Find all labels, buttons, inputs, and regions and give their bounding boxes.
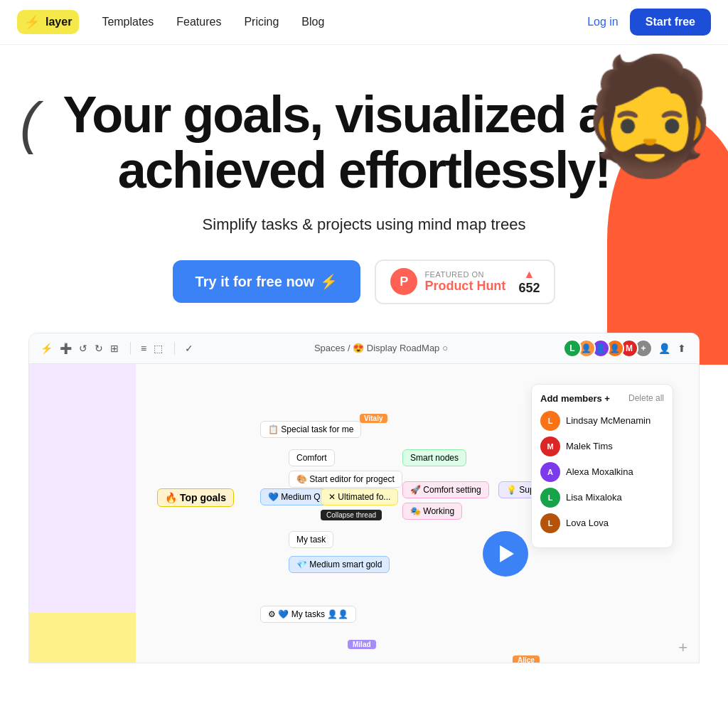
logo-icon: ⚡ xyxy=(24,14,40,30)
app-main: 🔥 Top goals 📋 Special task for me Vitaly… xyxy=(136,364,699,663)
member-row-5: L Lova Lova xyxy=(540,513,664,533)
character-illustration: 🧔 xyxy=(564,59,728,358)
toolbar-undo-icon[interactable]: ↺ xyxy=(79,343,87,354)
ph-vote-count: 652 xyxy=(518,281,540,296)
member-name-3: Alexa Moxalkina xyxy=(566,466,633,477)
members-panel-header: Add members + Delete all xyxy=(540,393,664,404)
collapse-tooltip: Collapse thread xyxy=(321,510,382,520)
sticky-note xyxy=(29,613,136,663)
toolbar-breadcrumb: Spaces / 😍 Display RoadMap ○ xyxy=(314,343,448,353)
app-sidebar xyxy=(29,364,136,663)
toolbar-check-icon[interactable]: ✓ xyxy=(185,343,193,354)
vitaly-badge: Vitaly xyxy=(360,414,387,423)
mindmap-node-comfort-setting[interactable]: 🚀 Comfort setting xyxy=(402,481,489,498)
play-button[interactable] xyxy=(483,531,528,577)
ph-featured-label: FEATURED ON xyxy=(424,270,484,279)
member-row-4: L Lisa Mixaloka xyxy=(540,488,664,508)
toolbar-export-icon[interactable]: ⬆ xyxy=(678,343,686,354)
mindmap-node-smart-nodes[interactable]: Smart nodes xyxy=(402,449,466,466)
lightning-icon: ⚡ xyxy=(320,273,338,290)
app-toolbar: ⚡ ➕ ↺ ↻ ⊞ ≡ ⬚ ✓ Spaces / 😍 Display RoadM… xyxy=(29,333,699,364)
mindmap-node-start-editor[interactable]: 🎨 Start editor for progect xyxy=(289,471,402,488)
mindmap-node-medium-q[interactable]: 💙 Medium Q xyxy=(260,488,328,505)
nav-links: Templates Features Pricing Blog xyxy=(102,16,324,28)
ph-arrow-icon: ▲ xyxy=(523,268,535,281)
decoration-bracket: ( xyxy=(20,95,39,151)
product-hunt-icon: P xyxy=(390,268,417,295)
toolbar-logo-icon[interactable]: ⚡ xyxy=(41,343,53,354)
ph-votes: ▲ 652 xyxy=(518,268,540,296)
character-figure: 🧔 xyxy=(579,59,721,173)
nav-templates[interactable]: Templates xyxy=(102,16,154,28)
hero-section: ( 🧔 Your goals, visualized and achieved … xyxy=(0,45,728,685)
mindmap-node-working[interactable]: 🎭 Working xyxy=(402,503,462,520)
toolbar-separator2 xyxy=(174,342,175,355)
mindmap: 🔥 Top goals 📋 Special task for me Vitaly… xyxy=(150,378,685,648)
toolbar-redo-icon[interactable]: ↻ xyxy=(95,343,103,354)
member-avatar-1: L xyxy=(540,411,560,431)
mindmap-node-medium-smart-gold[interactable]: 💎 Medium smart gold xyxy=(289,556,390,573)
milad-badge: Milad xyxy=(348,640,376,649)
toolbar-select-icon[interactable]: ⬚ xyxy=(154,343,163,354)
toolbar-right: L 👤 👤 👤 M + 👤 ⬆ xyxy=(567,339,687,358)
toolbar-layers-icon[interactable]: ⊞ xyxy=(110,343,119,354)
mindmap-root-node: 🔥 Top goals xyxy=(157,488,234,507)
logo-text: layer xyxy=(46,16,72,28)
nav-pricing[interactable]: Pricing xyxy=(244,16,279,28)
logo[interactable]: ⚡ layer xyxy=(17,10,79,34)
toolbar-format-icon[interactable]: ≡ xyxy=(141,343,146,354)
nav-features[interactable]: Features xyxy=(176,16,221,28)
cta-primary-text: Try it for free now xyxy=(196,274,315,290)
member-row-2: M Malek Tims xyxy=(540,437,664,456)
mindmap-node-my-tasks[interactable]: ⚙ 💙 My tasks 👤👤 xyxy=(260,606,356,623)
members-panel: Add members + Delete all L Lindsay McMen… xyxy=(531,384,673,548)
member-name-4: Lisa Mixaloka xyxy=(566,492,622,503)
app-body: 🔥 Top goals 📋 Special task for me Vitaly… xyxy=(29,364,699,663)
mindmap-node-comfort[interactable]: Comfort xyxy=(289,449,335,466)
avatar-1: L xyxy=(563,339,582,358)
mindmap-node-ultimated[interactable]: ✕ Ultimated fo... xyxy=(321,488,398,505)
login-button[interactable]: Log in xyxy=(587,16,619,28)
toolbar-separator xyxy=(130,342,131,355)
product-hunt-badge[interactable]: P FEATURED ON Product Hunt ▲ 652 xyxy=(375,259,555,304)
breadcrumb-text: Spaces / 😍 Display RoadMap xyxy=(314,343,439,353)
mindmap-node-special-task[interactable]: 📋 Special task for me xyxy=(260,421,361,438)
delete-all-button[interactable]: Delete all xyxy=(628,393,664,403)
bottom-plus-icon[interactable]: + xyxy=(678,638,687,657)
member-avatar-5: L xyxy=(540,513,560,533)
add-members-button[interactable]: Add members + xyxy=(540,393,610,404)
toolbar-share-icon[interactable]: 👤 xyxy=(658,343,670,354)
member-name-1: Lindsay McMenamin xyxy=(566,415,651,426)
nav-blog[interactable]: Blog xyxy=(301,16,324,28)
alice-badge: Alice xyxy=(513,655,540,663)
member-name-5: Lova Lova xyxy=(566,518,609,528)
member-avatar-4: L xyxy=(540,488,560,508)
breadcrumb-sync-icon: ○ xyxy=(442,343,448,353)
avatar-cluster: L 👤 👤 👤 M + xyxy=(567,339,653,358)
start-free-button[interactable]: Start free xyxy=(630,9,711,36)
member-name-2: Malek Tims xyxy=(566,441,613,451)
play-icon xyxy=(500,545,514,562)
nav-right: Log in Start free xyxy=(587,9,711,36)
toolbar-add-icon[interactable]: ➕ xyxy=(60,343,72,354)
mindmap-node-my-task[interactable]: My task xyxy=(289,531,333,548)
navigation: ⚡ layer Templates Features Pricing Blog … xyxy=(0,0,728,45)
try-free-button[interactable]: Try it for free now ⚡ xyxy=(173,260,361,303)
ph-name: Product Hunt xyxy=(424,279,505,294)
member-row-3: A Alexa Moxalkina xyxy=(540,462,664,482)
member-row-1: L Lindsay McMenamin xyxy=(540,411,664,431)
member-avatar-3: A xyxy=(540,462,560,482)
member-avatar-2: M xyxy=(540,437,560,456)
product-hunt-text: FEATURED ON Product Hunt xyxy=(424,270,505,294)
app-screenshot: ⚡ ➕ ↺ ↻ ⊞ ≡ ⬚ ✓ Spaces / 😍 Display RoadM… xyxy=(28,333,700,663)
